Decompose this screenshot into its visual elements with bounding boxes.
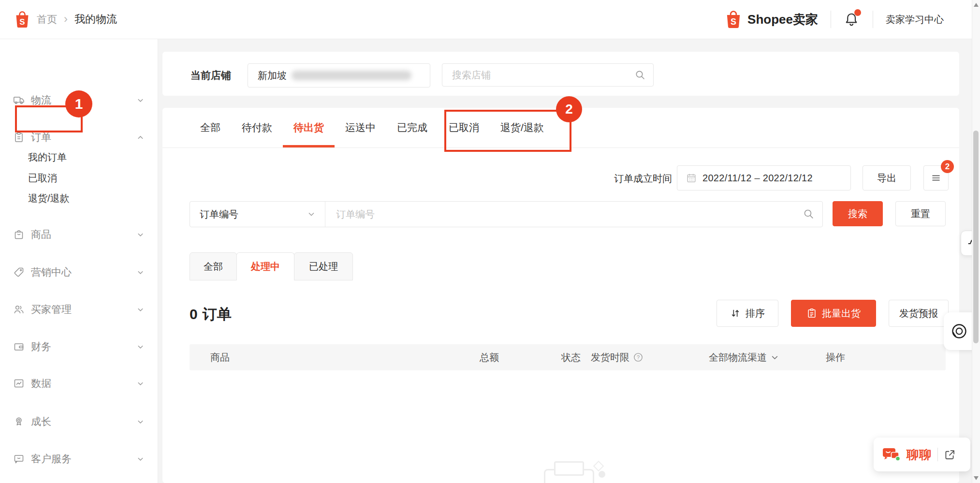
sidebar-item-finance[interactable]: 财务 <box>0 336 158 357</box>
chart-line-icon <box>13 378 25 389</box>
medal-icon <box>13 416 25 427</box>
export-button[interactable]: 导出 <box>863 165 911 190</box>
scrollbar-thumb[interactable] <box>973 131 979 343</box>
seller-learning-center-link[interactable]: 卖家学习中心 <box>886 13 944 26</box>
header-divider <box>831 11 831 28</box>
chevron-down-icon <box>137 231 144 238</box>
sidebar-item-cancelled[interactable]: 已取消 <box>28 169 57 187</box>
subtab-all[interactable]: 全部 <box>190 252 237 280</box>
store-selector[interactable]: 新加坡 <box>248 63 430 88</box>
order-number-field <box>325 202 822 227</box>
store-region: 新加坡 <box>258 69 287 82</box>
shopee-logo-icon[interactable]: S <box>15 11 30 29</box>
breadcrumb-current: 我的物流 <box>74 12 117 27</box>
sidebar-nav: 物流 订单 我的订单 已取消 退货/退款 <box>0 39 158 483</box>
headset-icon <box>949 321 970 342</box>
wallet-icon <box>13 341 25 352</box>
order-count: 0订单 <box>190 305 232 324</box>
shopee-seller-logo-icon[interactable]: S <box>725 10 742 29</box>
order-date-label: 订单成立时间 <box>551 172 672 185</box>
chat-divider <box>937 448 938 461</box>
sidebar-item-my-orders[interactable]: 我的订单 <box>28 148 67 166</box>
chat-widget: 聊聊 <box>874 438 970 471</box>
breadcrumb-home[interactable]: 首页 <box>37 13 57 26</box>
sidebar-item-marketing[interactable]: 营销中心 <box>0 262 158 283</box>
sidebar-item-data[interactable]: 数据 <box>0 373 158 394</box>
page-scrollbar[interactable] <box>972 0 980 483</box>
column-deadline-label: 发货时限 <box>591 351 629 364</box>
shopee-seller-center: S 首页 › 我的物流 S Shopee卖家 <box>0 0 980 483</box>
empty-state-clipboard-icon <box>554 461 584 476</box>
ship-forecast-button[interactable]: 发货预报 <box>889 300 949 327</box>
column-channel-filter[interactable]: 全部物流渠道 <box>709 344 779 370</box>
tab-shipping[interactable]: 运送中 <box>335 108 386 147</box>
order-count-number: 0 <box>190 306 198 322</box>
subtab-processing[interactable]: 处理中 <box>236 252 294 280</box>
sidebar-item-customer-service[interactable]: 客户服务 <box>0 448 158 469</box>
search-type-value: 订单编号 <box>200 208 238 221</box>
order-search-control: 订单编号 <box>190 201 823 227</box>
svg-text:?: ? <box>637 354 640 360</box>
tag-icon <box>13 266 25 278</box>
mass-ship-button[interactable]: 批量出货 <box>791 300 876 327</box>
sidebar-label: 客户服务 <box>31 452 72 466</box>
sort-button[interactable]: 排序 <box>717 300 778 327</box>
chevron-down-icon <box>137 343 144 351</box>
breadcrumb-separator-icon: › <box>64 12 68 26</box>
column-deadline: 发货时限 ? <box>591 344 643 370</box>
question-circle-icon[interactable]: ? <box>633 352 643 362</box>
chevron-down-icon <box>137 418 144 425</box>
date-range-picker[interactable]: 2022/11/12 – 2022/12/12 <box>677 165 851 190</box>
breadcrumb: S 首页 › 我的物流 <box>15 0 117 39</box>
store-search <box>442 63 654 87</box>
tab-all[interactable]: 全部 <box>190 108 231 147</box>
order-count-unit: 订单 <box>203 306 232 322</box>
truck-icon <box>13 94 25 106</box>
header-divider <box>873 11 873 28</box>
mass-ship-label: 批量出货 <box>822 307 861 320</box>
search-type-dropdown[interactable]: 订单编号 <box>190 202 325 227</box>
sidebar-item-logistics[interactable]: 物流 <box>0 89 158 111</box>
search-icon <box>803 208 815 220</box>
sort-arrows-icon <box>730 308 741 319</box>
clipboard-white-icon <box>806 308 817 319</box>
sidebar-label: 物流 <box>31 93 51 107</box>
tab-cancelled[interactable]: 已取消 <box>438 108 490 147</box>
sidebar-item-returns[interactable]: 退货/退款 <box>28 190 70 207</box>
subtab-processed[interactable]: 已处理 <box>294 252 353 280</box>
pop-out-icon[interactable] <box>944 449 956 461</box>
column-channel-label: 全部物流渠道 <box>709 351 767 364</box>
column-action: 操作 <box>826 344 845 370</box>
order-number-input[interactable] <box>325 202 822 227</box>
clipboard-icon <box>13 132 25 143</box>
tab-completed[interactable]: 已完成 <box>386 108 438 147</box>
sidebar-label: 营销中心 <box>31 265 72 279</box>
scroll-up-arrow-icon[interactable] <box>974 3 979 7</box>
hamburger-icon <box>931 173 941 183</box>
chevron-down-icon <box>137 97 144 104</box>
brand-name[interactable]: Shopee卖家 <box>747 11 818 28</box>
sidebar-label: 订单 <box>31 131 51 144</box>
sidebar-label: 买家管理 <box>31 303 72 316</box>
chat-label[interactable]: 聊聊 <box>907 447 932 463</box>
chat-bubble-icon[interactable] <box>881 446 901 463</box>
sidebar-item-buyer-management[interactable]: 买家管理 <box>0 299 158 320</box>
menu-badge: 2 <box>941 160 954 173</box>
sidebar-item-orders[interactable]: 订单 <box>0 127 158 148</box>
sort-label: 排序 <box>746 307 765 320</box>
sidebar-item-growth[interactable]: 成长 <box>0 411 158 432</box>
notifications-bell-icon[interactable] <box>844 11 860 28</box>
sidebar-label: 商品 <box>31 228 51 241</box>
sidebar-item-products[interactable]: 商品 <box>0 224 158 245</box>
column-status: 状态 <box>561 344 581 370</box>
store-search-input[interactable] <box>442 63 654 87</box>
tab-return-refund[interactable]: 退货/退款 <box>490 108 555 147</box>
reset-button[interactable]: 重置 <box>895 201 946 226</box>
tabs-divider <box>162 147 959 148</box>
tab-to-ship[interactable]: 待出货 <box>283 108 335 147</box>
store-name-redacted <box>292 71 411 80</box>
tab-unpaid[interactable]: 待付款 <box>231 108 283 147</box>
scroll-down-arrow-icon[interactable] <box>974 476 979 480</box>
orders-card <box>162 108 959 483</box>
search-button[interactable]: 搜索 <box>833 201 883 226</box>
